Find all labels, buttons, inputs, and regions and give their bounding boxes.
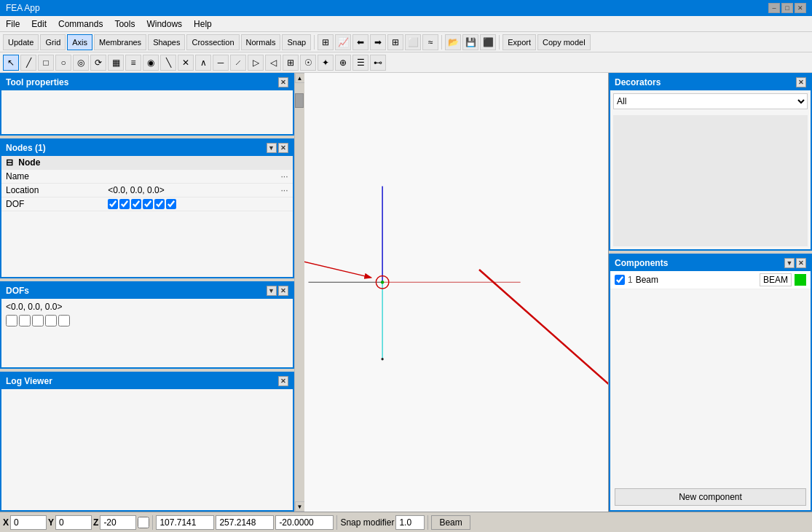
tool-rect[interactable]: □ (38, 55, 54, 71)
scroll-down-btn[interactable]: ▼ (295, 501, 304, 512)
btn-export[interactable]: Export (502, 34, 536, 50)
dofs-cb-1[interactable] (6, 315, 17, 326)
tb-icon-1[interactable]: ⊞ (318, 34, 334, 50)
canvas-area[interactable] (304, 73, 609, 512)
tool-horiz[interactable]: ─ (213, 55, 229, 71)
name-label: Name (1, 170, 103, 184)
tb-icon-6[interactable]: ⬜ (405, 34, 421, 50)
y-field: Y (48, 515, 92, 530)
left-panels: Tool properties ✕ Nodes (1) ▼ ✕ (0, 73, 294, 512)
minimize-button[interactable]: – (768, 3, 780, 13)
tb-icon-3[interactable]: ⬅ (352, 34, 368, 50)
tool-menu[interactable]: ☰ (352, 55, 368, 71)
tb-icon-7[interactable]: ≈ (422, 34, 438, 50)
dofs-cb-5[interactable] (58, 315, 70, 326)
component-color-1 (795, 274, 806, 286)
dof-checkboxes (103, 197, 292, 211)
tool-sun[interactable]: ☉ (300, 55, 316, 71)
tool-diag[interactable]: ╲ (160, 55, 176, 71)
new-component-button[interactable]: New component (615, 488, 806, 506)
status-checkbox[interactable] (138, 517, 149, 528)
tb-icon-9[interactable]: 💾 (462, 34, 478, 50)
dofs-cb-2[interactable] (19, 315, 31, 326)
tool-line[interactable]: ╱ (20, 55, 36, 71)
status-sep1 (152, 515, 153, 530)
menu-help[interactable]: Help (188, 16, 218, 31)
tool-arc[interactable]: ◎ (73, 55, 89, 71)
tb-icon-5[interactable]: ⊞ (387, 34, 403, 50)
expand-icon[interactable]: ⊟ (6, 157, 13, 168)
btn-normals[interactable]: Normals (241, 34, 281, 50)
tb-icon-2[interactable]: 📈 (335, 34, 351, 50)
dof-cb-2[interactable] (119, 199, 130, 209)
menu-commands[interactable]: Commands (52, 16, 109, 31)
tool-diag2[interactable]: ⟋ (230, 55, 246, 71)
tool-circle[interactable]: ○ (55, 55, 71, 71)
dof-cb-6[interactable] (166, 199, 176, 209)
tool-cross[interactable]: ✕ (178, 55, 194, 71)
scroll-thumb[interactable] (295, 93, 304, 108)
components-close-btn[interactable]: ✕ (796, 258, 806, 268)
log-content[interactable] (1, 389, 293, 433)
menu-windows[interactable]: Windows (141, 16, 188, 31)
tool-oplus[interactable]: ⊕ (335, 55, 351, 71)
log-close-btn[interactable]: ✕ (278, 376, 288, 386)
btn-snap[interactable]: Snap (282, 34, 311, 50)
dofs-dropdown-btn[interactable]: ▼ (267, 286, 277, 296)
tool-dot[interactable]: ◉ (143, 55, 159, 71)
tool-properties-close[interactable]: ✕ (278, 77, 288, 87)
menu-file[interactable]: File (0, 16, 25, 31)
dofs-cb-4[interactable] (45, 315, 57, 326)
scroll-up-btn[interactable]: ▲ (295, 73, 304, 83)
z-input[interactable] (100, 515, 136, 530)
tool-link[interactable]: ⊷ (370, 55, 386, 71)
component-type-1: BEAM (760, 273, 792, 286)
node-location-row: Location <0.0, 0.0, 0.0> ··· (1, 184, 293, 197)
node-dof-row: DOF (1, 197, 293, 211)
btn-shapes[interactable]: Shapes (148, 34, 185, 50)
tool-plus[interactable]: ⊞ (283, 55, 299, 71)
maximize-button[interactable]: □ (781, 3, 793, 13)
tool-tri-r[interactable]: ▷ (248, 55, 264, 71)
snap-modifier-input[interactable] (395, 515, 425, 530)
nodes-dropdown-btn[interactable]: ▼ (267, 143, 277, 153)
tb-icon-8[interactable]: 📂 (445, 34, 461, 50)
component-checkbox-1[interactable] (615, 275, 625, 285)
decorators-close-btn[interactable]: ✕ (796, 77, 806, 87)
x-input[interactable] (10, 515, 47, 530)
btn-axis[interactable]: Axis (67, 34, 92, 50)
tool-grid2[interactable]: ▦ (108, 55, 124, 71)
tool-parallel[interactable]: ≡ (125, 55, 141, 71)
decorators-title: Decorators (615, 77, 661, 87)
decorators-select[interactable]: All None (613, 93, 808, 109)
tb-icon-10[interactable]: ⬛ (480, 34, 496, 50)
btn-update[interactable]: Update (3, 34, 39, 50)
y-input[interactable] (55, 515, 92, 530)
tool-select[interactable]: ↖ (3, 55, 19, 71)
tool-tri-l[interactable]: ◁ (265, 55, 281, 71)
nodes-close-btn[interactable]: ✕ (278, 143, 288, 153)
btn-grid[interactable]: Grid (40, 34, 66, 50)
btn-copy-model[interactable]: Copy model (537, 34, 591, 50)
tool-rotate[interactable]: ⟳ (90, 55, 106, 71)
close-button[interactable]: ✕ (795, 3, 806, 13)
menu-edit[interactable]: Edit (25, 16, 52, 31)
btn-membranes[interactable]: Membranes (94, 34, 146, 50)
decorators-controls: ✕ (796, 77, 806, 87)
left-inner: Tool properties ✕ Nodes (1) ▼ ✕ (0, 73, 304, 512)
dof-cb-5[interactable] (154, 199, 165, 209)
name-dots-btn[interactable]: ··· (280, 171, 288, 181)
tool-star[interactable]: ✦ (318, 55, 334, 71)
tb-icon-4[interactable]: ➡ (370, 34, 386, 50)
dof-cb-3[interactable] (131, 199, 141, 209)
location-dots-btn[interactable]: ··· (280, 185, 288, 195)
dofs-cb-3[interactable] (32, 315, 44, 326)
btn-crossection[interactable]: Crossection (186, 34, 239, 50)
dof-cb-4[interactable] (143, 199, 153, 209)
dof-cb-1[interactable] (108, 199, 118, 209)
dofs-close-btn[interactable]: ✕ (278, 286, 288, 296)
tool-zigzag[interactable]: ∧ (195, 55, 211, 71)
components-dropdown-btn[interactable]: ▼ (784, 258, 795, 268)
component-name-1: Beam (636, 275, 757, 285)
menu-tools[interactable]: Tools (109, 16, 141, 31)
